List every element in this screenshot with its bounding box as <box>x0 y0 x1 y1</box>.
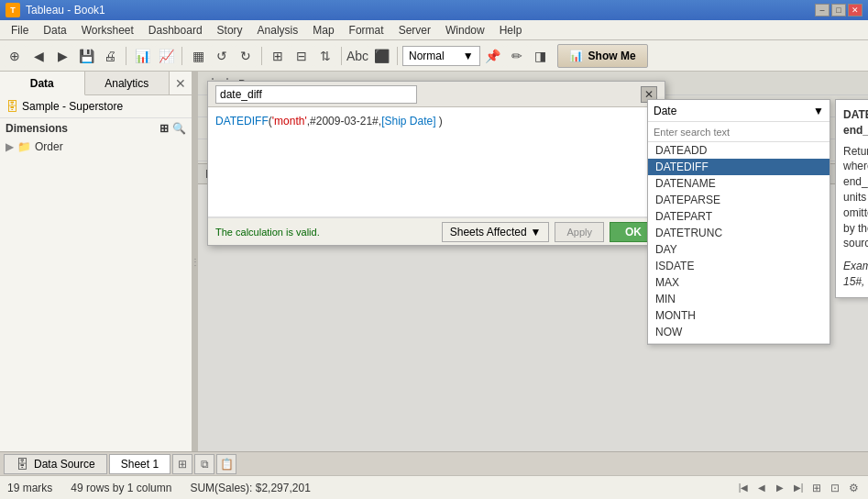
calc-editor[interactable]: DATEDIFF('month',#2009-03-21#,[Ship Date… <box>208 107 665 217</box>
maximize-button[interactable]: □ <box>831 4 846 17</box>
status-sum: SUM(Sales): $2,297,201 <box>190 482 310 494</box>
toolbar-group-btn[interactable]: ⊞ <box>267 45 289 67</box>
func-isdate[interactable]: ISDATE <box>648 258 830 274</box>
func-help-example: Example: DATEDIFF('month', #2004-07-15#,… <box>843 259 868 290</box>
normal-dropdown[interactable]: Normal ▼ <box>402 46 480 66</box>
sheets-affected-button[interactable]: Sheets Affected ▼ <box>442 222 550 242</box>
menu-window[interactable]: Window <box>438 22 492 39</box>
grid-icon[interactable]: ⊞ <box>159 122 169 135</box>
toolbar-refresh2-btn[interactable]: ↻ <box>235 45 257 67</box>
duplicate-icon: ⧉ <box>201 458 209 471</box>
nav-last-btn[interactable]: ▶| <box>791 481 806 495</box>
func-datetrunc[interactable]: DATETRUNC <box>648 225 830 241</box>
copy-icon: 📋 <box>220 458 234 471</box>
func-datename[interactable]: DATENAME <box>648 175 830 192</box>
settings-btn[interactable]: ⚙ <box>846 481 861 495</box>
toolbar-filter-btn[interactable]: ▦ <box>187 45 209 67</box>
toolbar-forward-btn[interactable]: ▶ <box>51 45 73 67</box>
func-max[interactable]: MAX <box>648 274 830 291</box>
toolbar-sort-btn[interactable]: ⇅ <box>314 45 336 67</box>
sheets-chevron-icon: ▼ <box>531 226 542 238</box>
menu-bar: File Data Worksheet Dashboard Story Anal… <box>0 20 868 40</box>
status-bar: 19 marks 49 rows by 1 column SUM(Sales):… <box>0 475 868 499</box>
search-icon[interactable]: 🔍 <box>172 122 186 135</box>
main-area: Data Analytics ✕ 🗄 Sample - Superstore D… <box>0 72 868 451</box>
calc-name-input[interactable] <box>215 85 417 104</box>
toolbar-refresh-btn[interactable]: ↺ <box>211 45 233 67</box>
bottom-tabs: 🗄 Data Source Sheet 1 ⊞ ⧉ 📋 <box>0 451 868 475</box>
menu-dashboard[interactable]: Dashboard <box>141 22 210 39</box>
database-icon: 🗄 <box>5 99 18 114</box>
add-new-sheet-button[interactable]: ⊞ <box>172 454 192 474</box>
func-help-description: Returns the difference between two dates… <box>843 144 868 252</box>
menu-server[interactable]: Server <box>391 22 438 39</box>
menu-data[interactable]: Data <box>36 22 73 39</box>
tab-sheet1[interactable]: Sheet 1 <box>109 454 170 474</box>
toolbar-chart3-btn[interactable]: ⬛ <box>370 45 392 67</box>
calc-valid-text: The calculation is valid. <box>215 227 320 238</box>
func-datediff[interactable]: DATEDIFF <box>648 159 830 175</box>
func-dropdown-arrow-icon: ▼ <box>813 105 824 117</box>
func-now[interactable]: NOW <box>648 324 830 340</box>
menu-map[interactable]: Map <box>305 22 341 39</box>
toolbar-label-btn[interactable]: Abc <box>346 45 368 67</box>
order-label: Order <box>35 140 63 153</box>
func-today[interactable]: TODAY <box>648 340 830 344</box>
func-category-dropdown[interactable]: Date ▼ <box>648 100 830 122</box>
toolbar-hier-btn[interactable]: ⊟ <box>291 45 313 67</box>
fit-btn[interactable]: ⊡ <box>828 481 842 495</box>
tree-order[interactable]: ▶ 📁 Order <box>5 139 186 155</box>
tab-data[interactable]: Data <box>0 72 85 95</box>
menu-file[interactable]: File <box>4 22 36 39</box>
func-search-input[interactable] <box>648 122 830 142</box>
func-datepart[interactable]: DATEPART <box>648 208 830 225</box>
copy-sheet-button[interactable]: 📋 <box>216 454 236 474</box>
toolbar-pin-btn[interactable]: 📌 <box>482 45 504 67</box>
func-min[interactable]: MIN <box>648 291 830 307</box>
func-day[interactable]: DAY <box>648 241 830 258</box>
duplicate-sheet-button[interactable]: ⧉ <box>194 454 214 474</box>
grid-view-btn[interactable]: ⊞ <box>809 481 824 495</box>
func-dateadd[interactable]: DATEADD <box>648 142 830 159</box>
menu-story[interactable]: Story <box>210 22 250 39</box>
tab-analytics[interactable]: Analytics <box>85 72 170 94</box>
add-icon: ⊞ <box>178 458 187 471</box>
source-name[interactable]: Sample - Superstore <box>22 100 123 113</box>
toolbar-print-btn[interactable]: 🖨 <box>99 45 121 67</box>
toolbar-edit-btn[interactable]: ✏ <box>506 45 528 67</box>
section-icons: ⊞ 🔍 <box>159 122 186 135</box>
nav-first-btn[interactable]: |◀ <box>736 481 751 495</box>
toolbar-save-btn[interactable]: 💾 <box>75 45 97 67</box>
minimize-button[interactable]: – <box>815 4 830 17</box>
sidebar: Data Analytics ✕ 🗄 Sample - Superstore D… <box>0 72 192 451</box>
sidebar-close-icon[interactable]: ✕ <box>170 72 192 94</box>
title-bar-controls: – □ ✕ <box>815 4 863 17</box>
func-month[interactable]: MONTH <box>648 307 830 324</box>
toolbar-chart-btn[interactable]: 📊 <box>131 45 153 67</box>
sep4 <box>341 47 342 65</box>
menu-worksheet[interactable]: Worksheet <box>74 22 141 39</box>
normal-dropdown-value: Normal <box>409 50 445 62</box>
toolbar: ⊕ ◀ ▶ 💾 🖨 📊 📈 ▦ ↺ ↻ ⊞ ⊟ ⇅ Abc ⬛ Normal ▼… <box>0 40 868 72</box>
toolbar-icon-1[interactable]: ⊕ <box>4 45 26 67</box>
toolbar-chart2-btn[interactable]: 📈 <box>155 45 177 67</box>
show-me-button[interactable]: 📊 Show Me <box>557 44 648 68</box>
nav-prev-btn[interactable]: ◀ <box>754 481 769 495</box>
sidebar-tabs: Data Analytics ✕ <box>0 72 192 95</box>
function-help-panel: DATEDIFF(date_part, start_date, end_date… <box>835 99 868 298</box>
data-source-label: Data Source <box>34 458 95 471</box>
menu-format[interactable]: Format <box>342 22 391 39</box>
close-button[interactable]: ✕ <box>848 4 863 17</box>
calc-dialog: ✕ DATEDIFF('month',#2009-03-21#,[Ship Da… <box>207 81 665 246</box>
toolbar-tooltip-btn[interactable]: ◨ <box>530 45 552 67</box>
menu-help[interactable]: Help <box>492 22 530 39</box>
dimensions-label: Dimensions <box>5 122 68 135</box>
func-dateparse[interactable]: DATEPARSE <box>648 192 830 208</box>
calc-close-paren: ) <box>436 115 443 128</box>
sep1 <box>126 47 126 65</box>
apply-button[interactable]: Apply <box>555 222 604 242</box>
menu-analysis[interactable]: Analysis <box>250 22 306 39</box>
nav-next-btn[interactable]: ▶ <box>773 481 787 495</box>
toolbar-back-btn[interactable]: ◀ <box>27 45 49 67</box>
tab-data-source[interactable]: 🗄 Data Source <box>4 454 107 474</box>
